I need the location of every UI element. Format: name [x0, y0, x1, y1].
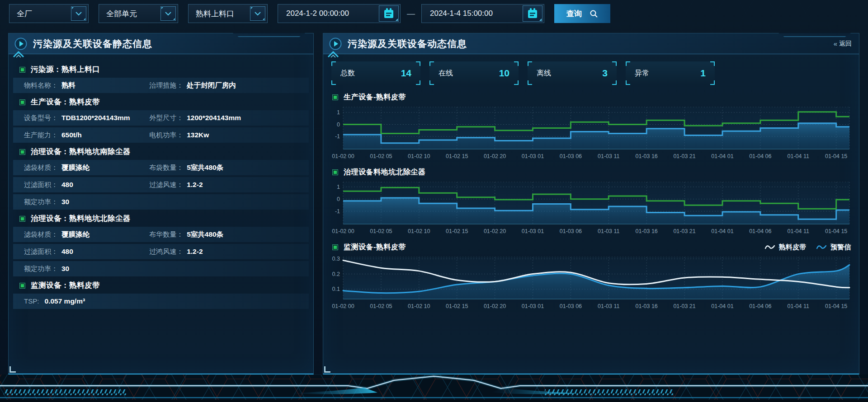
unit-select[interactable]: 全部单元 [99, 4, 178, 23]
corner-bracket-decoration [626, 61, 630, 66]
device-stats-row: 总数14在线10离线3异常1 [331, 61, 851, 85]
info-row: 设备型号：TDB1200*204143mm外型尺寸：1200*204143mm [13, 110, 309, 126]
query-button[interactable]: 查询 [554, 4, 610, 23]
info-cell: 过滤面积：480 [24, 248, 149, 256]
chart-canvas-treat: 10-101-02 0001-02 0501-02 1001-02 1501-0… [331, 181, 852, 236]
chart-block-prod: 生产设备-熟料皮带10-101-02 0001-02 0501-02 1001-… [331, 91, 851, 161]
info-label: 布袋数量： [149, 164, 183, 172]
svg-text:01-03 01: 01-03 01 [522, 153, 544, 159]
info-value: 处于封闭厂房内 [187, 81, 236, 90]
calendar-icon[interactable] [523, 5, 542, 22]
back-arrows-icon: « [834, 40, 836, 47]
svg-text:01-02 20: 01-02 20 [484, 153, 506, 159]
section-header-label: 治理设备：熟料地坑南除尘器 [31, 147, 131, 157]
info-row: 过滤面积：480过鸿风速：1.2-2 [13, 244, 309, 259]
legend-label: 熟料皮带 [779, 243, 806, 252]
info-label: 滤袋材质： [24, 164, 58, 172]
info-row: 生产能力：650t/h电机功率：132Kw [13, 127, 309, 143]
svg-text:01-02 05: 01-02 05 [370, 228, 392, 234]
svg-text:01-03 16: 01-03 16 [635, 303, 657, 309]
stat-card: 异常1 [626, 61, 715, 85]
chart-title: 生产设备-熟料皮带 [344, 93, 406, 102]
filter-toolbar: 全厂 全部单元 熟料上料口 2024-1-2 00:00:00 — 202 [9, 4, 610, 23]
info-label: TSP: [24, 297, 41, 305]
legend-item[interactable]: 熟料皮带 [764, 243, 806, 252]
svg-text:01-04 15: 01-04 15 [825, 303, 847, 309]
info-value: TDB1200*204143mm [61, 114, 130, 122]
chart-title-row: 治理设备料地坑北除尘器 [331, 166, 851, 178]
stat-label: 离线 [537, 69, 551, 78]
corner-bracket-decoration [626, 80, 630, 85]
legend-item[interactable]: 预警信 [816, 243, 851, 252]
info-cell: 电机功率：132Kw [149, 131, 309, 140]
svg-text:0.3: 0.3 [332, 256, 340, 262]
date-from-picker[interactable]: 2024-1-2 00:00:00 [278, 4, 401, 23]
info-cell: 额定功率：30 [24, 198, 149, 206]
chart-canvas-prod: 10-101-02 0001-02 0501-02 1001-02 1501-0… [331, 106, 852, 161]
chevron-down-icon[interactable] [250, 6, 265, 21]
chevron-up-decoration [327, 50, 340, 58]
info-label: 物料名称： [24, 81, 58, 90]
info-value: 5室共480条 [187, 163, 223, 173]
svg-text:01-02 10: 01-02 10 [408, 228, 430, 234]
info-value: 0.057 mg/m³ [45, 297, 85, 305]
date-from-value: 2024-1-2 00:00:00 [278, 9, 379, 18]
section-header: 监测设备：熟料皮带 [19, 280, 309, 290]
section-header: 治理设备：熟料地坑北除尘器 [19, 214, 309, 224]
date-to-picker[interactable]: 2024-1-4 15:00:00 [421, 4, 544, 23]
svg-text:1: 1 [337, 109, 340, 116]
panel-corner-decoration [324, 366, 330, 373]
svg-text:01-04 06: 01-04 06 [749, 303, 771, 309]
svg-text:01-03 11: 01-03 11 [598, 153, 619, 159]
corner-bracket-decoration [416, 61, 420, 66]
svg-text:01-04 01: 01-04 01 [711, 303, 733, 309]
section-header: 污染源：熟料上料口 [19, 65, 309, 75]
panel-corner-decoration [9, 366, 16, 373]
svg-text:01-02 05: 01-02 05 [370, 303, 392, 309]
svg-text:01-02 00: 01-02 00 [332, 303, 354, 309]
section-header-label: 污染源：熟料上料口 [31, 65, 100, 75]
svg-text:01-04 06: 01-04 06 [749, 228, 771, 234]
source-select[interactable]: 熟料上料口 [188, 4, 268, 23]
green-square-icon [19, 283, 25, 289]
section-header-label: 生产设备：熟料皮带 [31, 97, 100, 107]
svg-text:01-04 15: 01-04 15 [825, 228, 847, 234]
back-button[interactable]: « 返回 [834, 40, 852, 48]
svg-text:0: 0 [337, 122, 340, 128]
info-row: TSP: 0.057 mg/m³ [13, 294, 309, 309]
wave-line-icon [764, 244, 775, 250]
dynamic-info-content: 总数14在线10离线3异常1 生产设备-熟料皮带10-101-02 0001-0… [323, 54, 859, 311]
info-value: 1.2-2 [187, 248, 203, 256]
info-label: 过滤风速： [149, 181, 183, 189]
info-cell: 设备型号：TDB1200*204143mm [24, 114, 149, 122]
info-value: 覆膜涤纶 [61, 163, 90, 173]
info-value: 132Kw [187, 131, 209, 139]
svg-text:0.2: 0.2 [332, 271, 340, 277]
chevron-down-icon[interactable] [160, 6, 176, 21]
svg-text:01-03 06: 01-03 06 [560, 228, 582, 234]
chevron-up-decoration [12, 50, 25, 58]
info-label: 额定功率： [24, 265, 58, 273]
svg-text:01-03 16: 01-03 16 [635, 153, 657, 159]
corner-bracket-decoration [429, 61, 434, 66]
info-value: 650t/h [61, 131, 82, 139]
calendar-icon[interactable] [379, 5, 399, 22]
svg-text:01-04 01: 01-04 01 [711, 153, 733, 159]
play-icon [329, 37, 342, 51]
source-select-value: 熟料上料口 [189, 9, 250, 19]
svg-text:01-02 15: 01-02 15 [446, 303, 468, 309]
info-label: 布华数量： [149, 230, 183, 239]
svg-text:01-03 11: 01-03 11 [598, 228, 619, 234]
wave-line-icon [816, 244, 827, 250]
green-square-icon [19, 67, 25, 73]
info-cell: 过滤面积：480 [24, 181, 149, 189]
corner-bracket-decoration [514, 61, 519, 66]
chevron-down-icon[interactable] [71, 6, 86, 21]
back-button-label: 返回 [839, 40, 852, 48]
chart-title-row: 生产设备-熟料皮带 [331, 91, 851, 103]
corner-bracket-decoration [528, 61, 532, 66]
plant-select[interactable]: 全厂 [9, 4, 89, 23]
svg-text:01-02 10: 01-02 10 [408, 153, 430, 159]
svg-text:01-04 11: 01-04 11 [788, 303, 809, 309]
corner-bracket-decoration [710, 80, 715, 85]
